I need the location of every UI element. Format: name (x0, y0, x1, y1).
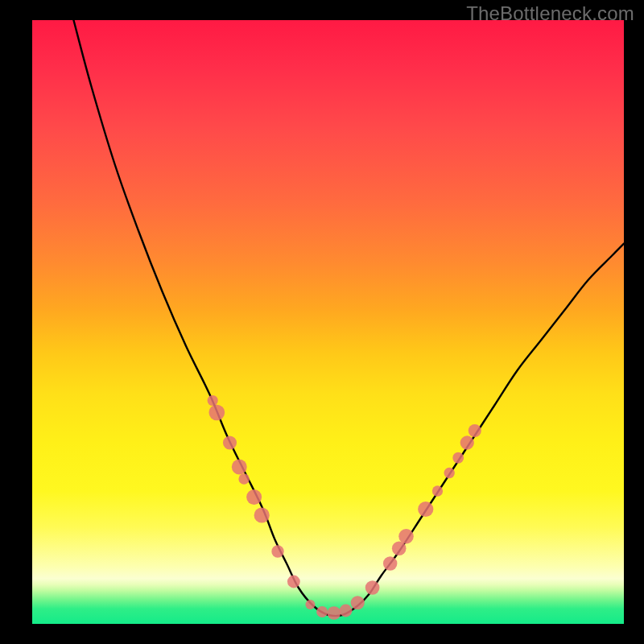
data-marker (351, 596, 365, 609)
data-marker (254, 507, 270, 522)
data-marker (365, 580, 380, 595)
data-marker (452, 452, 464, 464)
chart-svg (32, 20, 624, 624)
chart-frame: TheBottleneck.com (0, 0, 644, 644)
data-marker (223, 436, 237, 449)
data-marker (398, 529, 414, 544)
data-marker (208, 405, 225, 421)
data-marker (340, 605, 353, 617)
data-marker (328, 606, 341, 620)
data-marker (469, 424, 481, 437)
data-marker (383, 556, 397, 570)
data-marker (271, 545, 283, 557)
data-marker (432, 485, 443, 496)
data-marker (238, 473, 249, 484)
watermark-text: TheBottleneck.com (466, 2, 634, 25)
data-marker (460, 436, 474, 449)
bottleneck-curve (73, 20, 624, 616)
data-marker (287, 576, 300, 588)
data-marker (305, 600, 315, 609)
data-marker (444, 468, 455, 478)
plot-area (32, 20, 624, 624)
data-marker (246, 489, 262, 505)
data-marker (418, 502, 433, 517)
data-marker (232, 460, 247, 475)
data-markers (208, 395, 481, 620)
data-marker (316, 606, 328, 617)
data-marker (208, 395, 218, 406)
